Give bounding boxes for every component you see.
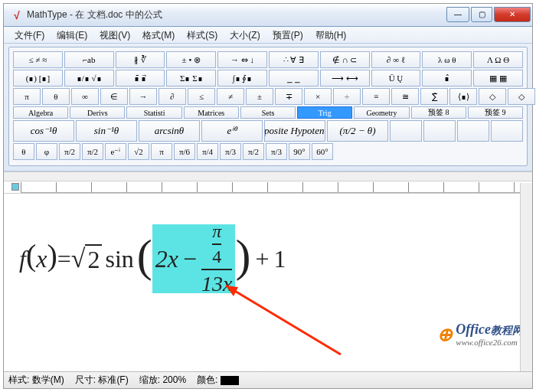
palette-button[interactable]: φ (36, 143, 57, 160)
palette-tab[interactable]: Geometry (354, 106, 409, 119)
palette-button[interactable]: ∈ (100, 88, 128, 105)
palette-button[interactable]: π/6 (174, 143, 195, 160)
palette-button[interactable]: ∉ ∩ ⊂ (320, 51, 370, 68)
palette-button[interactable]: π/2 (243, 143, 264, 160)
menu-size[interactable]: 大小(Z) (224, 27, 266, 44)
menu-file[interactable]: 文件(F) (8, 27, 51, 44)
palette-row-5: θφπ/2π/2e⁻ⁱ√2ππ/6π/4π/3π/2π/390°60° (13, 143, 523, 160)
palette-row-3: πθ∞∈→∂≤≠±∓×÷≡≅∑̂⟨∎⟩◇◇◇◇ (13, 88, 523, 105)
palette-tab[interactable]: Statisti (126, 106, 181, 119)
big-lparen-icon: ( (137, 233, 152, 279)
palette-button[interactable]: θ (13, 143, 34, 160)
palette-button[interactable]: π/2 (82, 143, 103, 160)
palette-button[interactable]: ∞ (71, 88, 99, 105)
menu-style[interactable]: 样式(S) (181, 27, 224, 44)
palette-button[interactable]: ± (246, 88, 273, 105)
palette-button[interactable]: (∎) [∎] (13, 70, 63, 87)
palette-button[interactable]: π/3 (266, 143, 287, 160)
tab-stop-icon[interactable] (11, 183, 19, 191)
palette-template[interactable]: cos⁻¹θ (13, 120, 74, 142)
maximize-button[interactable]: ▢ (471, 7, 492, 22)
palette-button[interactable]: ⎯ ⎯ (269, 70, 319, 87)
palette-button[interactable]: ⌐ab (64, 51, 114, 68)
app-icon: √ (10, 9, 22, 21)
palette-template[interactable]: Opposite Hypotenuse (264, 120, 325, 142)
palette-button[interactable]: ∂ (159, 88, 186, 105)
palette-button[interactable]: √2 (128, 143, 149, 160)
palette-button[interactable]: ◇ (508, 88, 535, 105)
palette-tab[interactable]: 预签 8 (411, 106, 466, 119)
palette-button[interactable]: → (129, 88, 157, 105)
palette-button[interactable]: → ⇔ ↓ (217, 51, 267, 68)
palette-button[interactable]: π/3 (220, 143, 241, 160)
palette-button[interactable]: Σ∎ Σ∎ (166, 70, 216, 87)
palette-button[interactable]: × (304, 88, 332, 105)
big-rparen-icon: ) (235, 233, 250, 279)
palette-button[interactable]: λ ω θ (422, 51, 472, 68)
palette-button[interactable]: π (13, 88, 41, 105)
palette-tab[interactable]: Algebra (13, 106, 68, 119)
palette-button[interactable]: ± • ⊗ (166, 51, 216, 68)
titlebar: √ MathType - 在 文档.doc 中的公式 — ▢ ✕ (4, 4, 532, 27)
palette-button[interactable]: e⁻ⁱ (105, 143, 126, 160)
menu-help[interactable]: 帮助(H) (309, 27, 353, 44)
palette-button[interactable]: ≅ (391, 88, 419, 105)
palette-tab[interactable]: Derivs (70, 106, 125, 119)
lparen-icon: ( (26, 233, 36, 279)
palette-button[interactable]: ≡ (362, 88, 390, 105)
palette-button[interactable]: ∦ ∛ (116, 51, 165, 68)
palette-button[interactable]: Λ Ω Θ (473, 51, 523, 68)
statusbar: 样式: 数学(M) 尺寸: 标准(F) 缩放: 200% 颜色: (4, 371, 532, 388)
palette-tab[interactable]: Matrices (184, 106, 239, 119)
minimize-button[interactable]: — (446, 7, 469, 22)
palette-button[interactable]: Ū Ų (371, 70, 421, 87)
palette-button[interactable]: ≤ ≠ ≈ (13, 51, 63, 68)
palette-row-2: (∎) [∎]∎/∎ √∎∎̄ ∎⃗Σ∎ Σ∎∫∎ ∮∎⎯ ⎯⟶ ⟷Ū Ų∎̂▦… (13, 70, 523, 87)
palette-button[interactable]: ≤ (188, 88, 215, 105)
palette-template[interactable]: sin⁻¹θ (76, 120, 137, 142)
palette-button[interactable]: π (151, 143, 172, 160)
palette: ≤ ≠ ≈⌐ab∦ ∛ ± • ⊗→ ⇔ ↓∴ ∀ ∃∉ ∩ ⊂∂ ∞ ℓλ ω… (4, 44, 532, 172)
selection-highlight: 2x − π 4 13x (152, 224, 236, 293)
palette-button[interactable]: ÷ (333, 88, 361, 105)
color-swatch[interactable] (221, 376, 239, 385)
sqrt-icon: √2 (71, 244, 103, 274)
palette-button[interactable]: ◇ (479, 88, 506, 105)
menu-preset[interactable]: 预置(P) (266, 27, 309, 44)
editor-canvas[interactable]: f ( x ) = √2 sin ( 2x − π 4 13x ) + 1 ⊕ … (4, 194, 532, 370)
palette-tabs: AlgebraDerivsStatistiMatricesSetsTrigGeo… (13, 106, 523, 119)
palette-button[interactable]: ▦ ▦ (473, 70, 523, 87)
palette-button[interactable]: ⟶ ⟷ (320, 70, 370, 87)
palette-button[interactable]: ∎̂ (422, 70, 472, 87)
menu-view[interactable]: 视图(V) (93, 27, 136, 44)
palette-button[interactable]: ∴ ∀ ∃ (269, 51, 319, 68)
palette-button[interactable]: ∑̂ (420, 88, 448, 105)
vertical-scrollbar[interactable] (520, 183, 532, 371)
palette-button[interactable]: ⟨∎⟩ (449, 88, 477, 105)
palette-button[interactable]: ∓ (275, 88, 302, 105)
menu-format[interactable]: 格式(M) (136, 27, 181, 44)
palette-button[interactable]: 90° (289, 143, 310, 160)
palette-button[interactable]: π/2 (59, 143, 80, 160)
menubar: 文件(F) 编辑(E) 视图(V) 格式(M) 样式(S) 大小(Z) 预置(P… (4, 27, 532, 44)
palette-tab[interactable]: 预签 9 (468, 106, 523, 119)
palette-button[interactable]: 60° (312, 143, 333, 160)
window-title: MathType - 在 文档.doc 中的公式 (27, 8, 445, 21)
palette-template[interactable]: (π/2 − θ) (327, 120, 388, 142)
palette-template[interactable]: arcsinθ (139, 120, 200, 142)
palette-button[interactable]: ∫∎ ∮∎ (217, 70, 267, 87)
palette-button[interactable]: θ (42, 88, 70, 105)
palette-tab[interactable]: Trig (297, 106, 352, 119)
watermark: ⊕ Office教程网 www.office26.com (437, 322, 523, 347)
rparen-icon: ) (47, 233, 57, 279)
close-button[interactable]: ✕ (494, 7, 531, 22)
palette-button[interactable]: ∎/∎ √∎ (64, 70, 114, 87)
palette-big-row: cos⁻¹θsin⁻¹θarcsinθeⁱᶿOpposite Hypotenus… (13, 120, 523, 142)
palette-template[interactable]: eⁱᶿ (201, 120, 263, 142)
menu-edit[interactable]: 编辑(E) (51, 27, 93, 44)
palette-tab[interactable]: Sets (240, 106, 296, 119)
palette-button[interactable]: ≠ (217, 88, 244, 105)
palette-button[interactable]: ∎̄ ∎⃗ (116, 70, 165, 87)
palette-button[interactable]: π/4 (197, 143, 218, 160)
palette-button[interactable]: ∂ ∞ ℓ (371, 51, 421, 68)
